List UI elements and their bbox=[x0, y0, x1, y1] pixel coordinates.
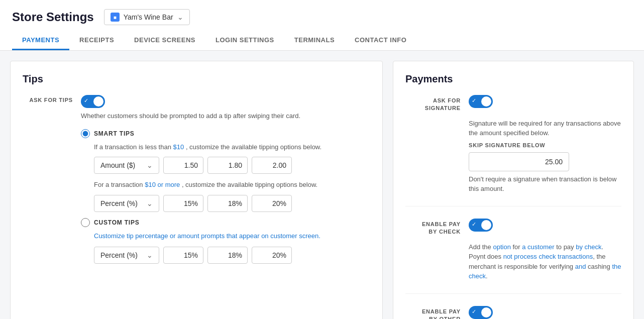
check-description: Add the option for a customer to pay by … bbox=[469, 242, 621, 281]
low-tip-2[interactable] bbox=[207, 157, 248, 174]
custom-tip-inputs: Percent (%) ⌄ bbox=[94, 247, 370, 264]
transaction-low-text: If a transaction is less than $10 , cust… bbox=[94, 142, 370, 152]
custom-tips-radio[interactable] bbox=[81, 218, 90, 227]
tab-receipts[interactable]: RECEIPTS bbox=[69, 31, 124, 50]
store-name: Yam's Wine Bar bbox=[124, 13, 173, 21]
chevron-down-icon: ⌄ bbox=[147, 199, 153, 207]
ask-for-signature-section: ASK FORSIGNATURE ✓ Signature will be req… bbox=[405, 95, 621, 206]
chevron-down-icon: ⌄ bbox=[177, 13, 183, 21]
ask-for-tips-toggle[interactable]: ✓ bbox=[81, 95, 105, 108]
custom-tip-2[interactable] bbox=[207, 247, 248, 264]
transaction-high-amount: $10 or more bbox=[145, 181, 180, 188]
custom-percent-dropdown[interactable]: Percent (%) ⌄ bbox=[94, 247, 159, 264]
pay-by-other-toggle[interactable]: ✓ bbox=[469, 306, 493, 319]
header-top: Store Settings ■ Yam's Wine Bar ⌄ bbox=[12, 9, 632, 25]
tips-card: Tips ASK FOR TIPS ✓ Whether customers sh… bbox=[10, 61, 383, 319]
skip-signature-group: SKIP SIGNATURE BELOW Don't require a sig… bbox=[469, 142, 621, 194]
ask-tips-description: Whether customers should be prompted to … bbox=[81, 111, 370, 121]
tab-terminals[interactable]: TERMINALS bbox=[284, 31, 345, 50]
tab-payments[interactable]: PAYMENTS bbox=[12, 31, 69, 50]
high-tip-1[interactable] bbox=[163, 195, 203, 212]
payments-title: Payments bbox=[405, 73, 621, 85]
high-tip-2[interactable] bbox=[207, 195, 248, 212]
signature-description: Signature will be required for any trans… bbox=[469, 119, 621, 138]
low-tip-3[interactable] bbox=[252, 157, 292, 174]
pay-by-check-label: ENABLE PAYBY CHECK bbox=[405, 219, 461, 236]
tab-device-screens[interactable]: DEVICE SCREENS bbox=[124, 31, 205, 50]
pay-by-check-toggle[interactable]: ✓ bbox=[469, 219, 493, 232]
ask-for-tips-content: ✓ Whether customers should be prompted t… bbox=[81, 95, 370, 270]
chevron-down-icon: ⌄ bbox=[147, 251, 153, 259]
custom-tips-content: Customize tip percentage or amount promp… bbox=[94, 231, 370, 264]
store-icon: ■ bbox=[111, 13, 120, 22]
page-title: Store Settings bbox=[12, 10, 94, 24]
custom-tips-option: CUSTOM TIPS bbox=[81, 218, 370, 227]
smart-tips-label: SMART TIPS bbox=[94, 130, 135, 137]
transaction-high-text: For a transaction $10 or more , customiz… bbox=[94, 180, 370, 190]
custom-tip-1[interactable] bbox=[163, 247, 203, 264]
custom-tips-description: Customize tip percentage or amount promp… bbox=[94, 231, 370, 241]
pay-by-other-label: ENABLE PAYBY OTHER bbox=[405, 306, 461, 319]
tips-title: Tips bbox=[23, 73, 370, 85]
amount-dropdown-label: Amount ($) bbox=[100, 161, 135, 169]
pay-by-other-content: ✓ bbox=[469, 306, 493, 319]
amount-dropdown[interactable]: Amount ($) ⌄ bbox=[94, 157, 159, 174]
skip-signature-input[interactable] bbox=[469, 152, 569, 171]
ask-signature-row: ASK FORSIGNATURE ✓ bbox=[405, 95, 621, 113]
pay-by-check-row: ENABLE PAYBY CHECK ✓ bbox=[405, 219, 621, 236]
low-tip-inputs: Amount ($) ⌄ bbox=[94, 157, 370, 174]
ask-signature-label: ASK FORSIGNATURE bbox=[405, 95, 461, 113]
percent-dropdown-label: Percent (%) bbox=[100, 199, 138, 207]
ask-for-tips-row: ASK FOR TIPS ✓ Whether customers should … bbox=[23, 95, 370, 270]
tab-login-settings[interactable]: LOGIN SETTINGS bbox=[205, 31, 284, 50]
custom-tips-label: CUSTOM TIPS bbox=[94, 219, 140, 226]
high-tip-3[interactable] bbox=[252, 195, 292, 212]
pay-by-check-section: ENABLE PAYBY CHECK ✓ Add the option for … bbox=[405, 219, 621, 294]
pay-by-check-content: ✓ bbox=[469, 219, 493, 232]
ask-for-tips-label: ASK FOR TIPS bbox=[23, 95, 73, 103]
smart-tips-content: If a transaction is less than $10 , cust… bbox=[94, 142, 370, 212]
check-description-container: Add the option for a customer to pay by … bbox=[469, 242, 621, 281]
nav-tabs: PAYMENTS RECEIPTS DEVICE SCREENS LOGIN S… bbox=[12, 31, 632, 50]
skip-signature-label: SKIP SIGNATURE BELOW bbox=[469, 142, 621, 148]
custom-tip-3[interactable] bbox=[252, 247, 292, 264]
page-header: Store Settings ■ Yam's Wine Bar ⌄ PAYMEN… bbox=[0, 0, 644, 51]
signature-description-container: Signature will be required for any trans… bbox=[469, 119, 621, 138]
payments-card: Payments ASK FORSIGNATURE ✓ Signature wi… bbox=[393, 61, 634, 319]
custom-percent-label: Percent (%) bbox=[100, 251, 138, 259]
low-tip-1[interactable] bbox=[163, 157, 203, 174]
ask-signature-toggle[interactable]: ✓ bbox=[469, 95, 493, 108]
main-content: Tips ASK FOR TIPS ✓ Whether customers sh… bbox=[0, 51, 644, 319]
percent-dropdown[interactable]: Percent (%) ⌄ bbox=[94, 195, 159, 212]
chevron-down-icon: ⌄ bbox=[147, 161, 153, 169]
high-tip-inputs: Percent (%) ⌄ bbox=[94, 195, 370, 212]
smart-tips-option: SMART TIPS bbox=[81, 129, 370, 138]
tab-contact-info[interactable]: CONTACT INFO bbox=[345, 31, 416, 50]
radio-section: SMART TIPS If a transaction is less than… bbox=[81, 129, 370, 264]
pay-by-other-section: ENABLE PAYBY OTHER ✓ Add the option for … bbox=[405, 306, 621, 319]
pay-by-other-row: ENABLE PAYBY OTHER ✓ bbox=[405, 306, 621, 319]
ask-signature-content: ✓ bbox=[469, 95, 493, 108]
transaction-low-amount: $10 bbox=[173, 143, 184, 151]
smart-tips-radio[interactable] bbox=[81, 129, 90, 138]
skip-note: Don't require a signature when transacti… bbox=[469, 174, 621, 194]
store-selector[interactable]: ■ Yam's Wine Bar ⌄ bbox=[104, 9, 190, 25]
